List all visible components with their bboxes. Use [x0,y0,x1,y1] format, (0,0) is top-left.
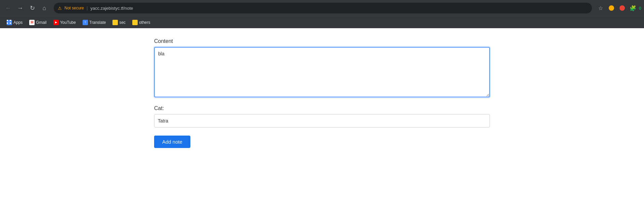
add-note-button[interactable]: Add note [154,136,190,148]
translate-icon: T [83,20,88,25]
star-icon[interactable]: ☆ [596,3,605,13]
bookmark-translate[interactable]: T Translate [80,18,109,27]
bookmark-apps[interactable]: Apps [4,18,25,27]
apps-icon [7,20,12,25]
form-container: Content <span class="misspell">bla</span… [154,38,490,148]
bookmark-sec[interactable]: sec [110,18,128,27]
nav-right-icons: ☆ 🧩 0 [596,3,641,13]
bookmark-sec-label: sec [119,20,126,25]
bookmark-others[interactable]: others [130,18,153,27]
back-button[interactable]: ← [3,3,13,13]
bookmarks-bar: Apps M Gmail ▶ YouTube T Translate sec [0,16,644,28]
bookmark-others-label: others [139,20,150,25]
reload-button[interactable]: ↻ [27,3,38,13]
counter-badge: 0 [639,6,641,11]
security-icon: ⚠ [58,6,62,11]
bookmark-apps-label: Apps [13,20,22,25]
cat-label: Cat: [154,105,490,111]
bookmark-youtube[interactable]: ▶ YouTube [51,18,79,27]
content-textarea[interactable]: <span class="misspell">bla</span> [154,47,490,97]
address-bar[interactable]: ⚠ Not secure | yacc.zajebistyc.tf/note [54,3,592,13]
home-button[interactable]: ⌂ [39,3,50,13]
others-folder-icon [132,20,138,25]
gmail-icon: M [29,20,35,25]
cat-input[interactable] [154,114,490,128]
address-separator: | [87,6,88,10]
extension-icon-puzzle[interactable]: 🧩 [628,3,638,13]
page-content: Content <span class="misspell">bla</span… [0,28,644,199]
bookmark-gmail-label: Gmail [36,20,46,25]
browser-chrome: ← → ↻ ⌂ ⚠ Not secure | yacc.zajebistyc.t… [0,0,644,28]
content-label: Content [154,38,490,44]
address-url: yacc.zajebistyc.tf/note [90,6,588,11]
bookmark-youtube-label: YouTube [60,20,76,25]
nav-bar: ← → ↻ ⌂ ⚠ Not secure | yacc.zajebistyc.t… [0,0,644,16]
extension-icon-1[interactable] [607,3,616,13]
security-text: Not secure [64,6,84,10]
youtube-icon: ▶ [53,20,59,25]
bookmark-translate-label: Translate [89,20,106,25]
forward-button[interactable]: → [15,3,26,13]
extension-icon-red[interactable] [617,3,627,13]
sec-folder-icon [112,20,118,25]
bookmark-gmail[interactable]: M Gmail [27,18,49,27]
